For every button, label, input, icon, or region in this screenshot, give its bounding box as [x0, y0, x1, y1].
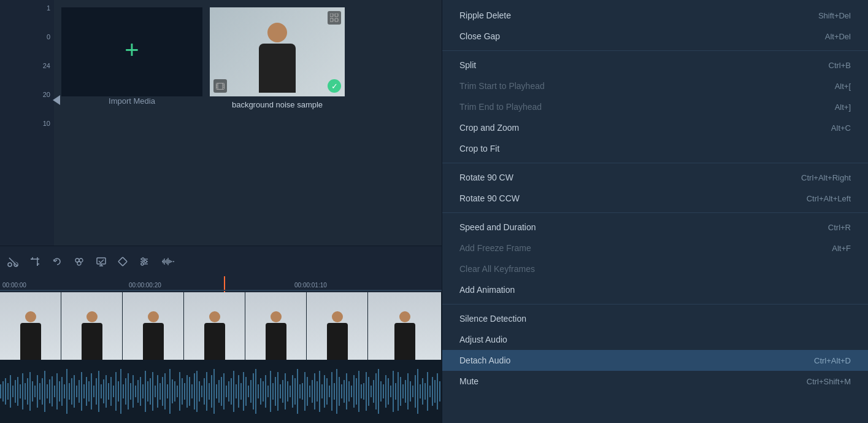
- menu-label-adjust-audio: Adjust Audio: [459, 335, 507, 344]
- svg-rect-207: [402, 384, 404, 398]
- crop-tool-icon[interactable]: [29, 256, 40, 267]
- svg-rect-193: [368, 377, 369, 406]
- svg-rect-50: [17, 377, 18, 406]
- svg-rect-4: [217, 83, 225, 89]
- svg-rect-128: [209, 383, 210, 400]
- svg-rect-86: [106, 375, 107, 408]
- svg-rect-3: [335, 18, 338, 21]
- svg-rect-174: [321, 384, 323, 398]
- screen-tool-icon[interactable]: [96, 256, 107, 267]
- ruler-num-10: 10: [43, 120, 50, 127]
- audio-track[interactable]: [0, 360, 442, 423]
- menu-item-clear-keyframes[interactable]: Clear All Keyframes: [442, 258, 868, 279]
- svg-rect-98: [135, 386, 136, 397]
- menu-label-ripple-delete: Ripple Delete: [459, 10, 511, 20]
- svg-rect-184: [346, 373, 347, 409]
- svg-rect-176: [326, 378, 328, 405]
- menu-item-speed-duration[interactable]: Speed and Duration Ctrl+R: [442, 217, 868, 238]
- svg-rect-106: [155, 386, 156, 397]
- redo-tool-icon[interactable]: [52, 256, 63, 267]
- menu-item-trim-start[interactable]: Trim Start to Playhead Alt+[: [442, 76, 868, 96]
- import-media-tile[interactable]: +: [61, 7, 202, 96]
- mini-body-4: [204, 323, 225, 360]
- menu-item-silence-detection[interactable]: Silence Detection: [442, 308, 868, 329]
- video-thumb-bg: [210, 7, 345, 96]
- sliders-tool-icon[interactable]: [139, 256, 150, 267]
- mini-body-6: [327, 323, 348, 360]
- svg-rect-122: [194, 373, 195, 409]
- menu-label-speed-duration: Speed and Duration: [459, 222, 536, 232]
- svg-rect-183: [344, 380, 345, 403]
- menu-item-mute[interactable]: Mute Ctrl+Shift+M: [442, 371, 868, 392]
- menu-shortcut-rotate-ccw: Ctrl+Alt+Left: [807, 194, 851, 203]
- svg-rect-69: [64, 384, 65, 398]
- svg-rect-216: [424, 383, 426, 400]
- mini-body-5: [266, 323, 286, 360]
- svg-rect-49: [15, 380, 16, 403]
- svg-rect-108: [159, 383, 161, 400]
- mini-person-1: [20, 292, 41, 360]
- mini-head-3: [148, 311, 159, 322]
- svg-rect-123: [196, 371, 198, 412]
- svg-rect-63: [49, 379, 50, 403]
- svg-point-29: [144, 260, 147, 263]
- menu-item-crop-zoom[interactable]: Crop and Zoom Alt+C: [442, 117, 868, 138]
- mini-head-1: [25, 311, 36, 322]
- svg-rect-66: [56, 373, 58, 409]
- svg-rect-67: [59, 381, 60, 402]
- tile-fullscreen-icon: [328, 11, 341, 25]
- svg-rect-73: [74, 375, 75, 408]
- svg-rect-136: [228, 381, 229, 402]
- menu-item-split[interactable]: Split Ctrl+B: [442, 55, 868, 76]
- mini-head-6: [332, 311, 343, 322]
- svg-rect-155: [275, 377, 276, 406]
- menu-separator-1: [442, 50, 868, 51]
- svg-rect-118: [184, 383, 185, 400]
- menu-label-trim-start: Trim Start to Playhead: [459, 81, 545, 91]
- svg-rect-153: [270, 371, 271, 412]
- menu-item-add-animation[interactable]: Add Animation: [442, 279, 868, 300]
- svg-rect-56: [32, 381, 33, 402]
- menu-item-trim-end[interactable]: Trim End to Playhead Alt+]: [442, 96, 868, 117]
- svg-rect-150: [263, 381, 264, 402]
- svg-rect-169: [309, 386, 310, 397]
- keyframe-tool-icon[interactable]: [118, 257, 128, 266]
- svg-rect-172: [317, 381, 318, 402]
- svg-rect-131: [216, 384, 217, 398]
- svg-rect-168: [307, 377, 308, 406]
- svg-rect-164: [297, 369, 298, 414]
- color-tool-icon[interactable]: [74, 256, 85, 267]
- svg-rect-180: [336, 369, 337, 414]
- svg-rect-70: [66, 369, 67, 414]
- menu-item-detach-audio[interactable]: Detach Audio Ctrl+Alt+D: [442, 350, 868, 371]
- menu-item-rotate-ccw[interactable]: Rotate 90 CCW Ctrl+Alt+Left: [442, 188, 868, 209]
- svg-rect-163: [294, 378, 296, 405]
- menu-item-close-gap[interactable]: Close Gap Alt+Del: [442, 26, 868, 47]
- svg-rect-121: [191, 384, 193, 398]
- menu-label-add-animation: Add Animation: [459, 285, 515, 295]
- menu-item-freeze-frame[interactable]: Add Freeze Frame Alt+F: [442, 238, 868, 258]
- svg-rect-61: [44, 371, 45, 412]
- video-thumbnail-tile[interactable]: ✓: [210, 7, 345, 96]
- svg-rect-194: [371, 386, 372, 397]
- menu-item-ripple-delete[interactable]: Ripple Delete Shift+Del: [442, 5, 868, 26]
- svg-rect-189: [358, 371, 359, 412]
- timeline-toolbar: [0, 246, 442, 276]
- mute-triangle-button[interactable]: [53, 95, 60, 105]
- video-tile-label: background noise sample: [232, 100, 323, 109]
- svg-rect-147: [255, 369, 256, 414]
- svg-rect-177: [329, 386, 330, 397]
- ruler-numbers: 1 0 24 20 10: [0, 0, 54, 246]
- svg-rect-53: [25, 383, 26, 400]
- menu-item-adjust-audio[interactable]: Adjust Audio: [442, 329, 868, 350]
- menu-item-rotate-cw[interactable]: Rotate 90 CW Ctrl+Alt+Right: [442, 167, 868, 188]
- svg-rect-82: [96, 378, 97, 405]
- svg-rect-2: [330, 18, 333, 21]
- cut-tool-icon[interactable]: [7, 256, 18, 267]
- video-track[interactable]: kground noise sample: [0, 292, 442, 360]
- audio-tool-icon[interactable]: [161, 256, 174, 267]
- menu-item-crop-fit[interactable]: Crop to Fit: [442, 138, 868, 159]
- tile-film-icon: [213, 79, 227, 93]
- mini-person-4: [204, 292, 225, 360]
- svg-rect-111: [167, 384, 168, 398]
